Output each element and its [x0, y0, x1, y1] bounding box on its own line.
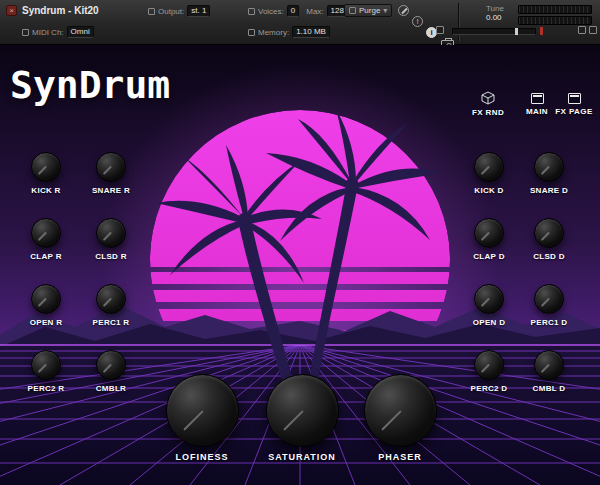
clap-r-knob[interactable] [31, 218, 61, 248]
memory-label: Memory: [258, 28, 289, 37]
pan-icon[interactable] [578, 26, 586, 34]
snare-r-knob[interactable] [96, 152, 126, 182]
open-r-knob[interactable] [31, 284, 61, 314]
perc1-r-knob[interactable] [96, 284, 126, 314]
lofiness-group: LOFINESS [166, 374, 239, 447]
max-label: Max: [306, 7, 323, 16]
saturation-label: SATURATION [247, 452, 357, 462]
open-r-group: OPEN R [31, 284, 61, 314]
syndrum-plugin-window: × Syndrum - Kit20 Output: st. 1 Voices: … [0, 0, 600, 485]
aux-routing-icon[interactable] [436, 26, 444, 34]
voices-icon [248, 8, 255, 15]
memory-icon [248, 29, 255, 36]
snare-r-group: SNARE R [96, 152, 126, 182]
kontakt-instrument-header: × Syndrum - Kit20 Output: st. 1 Voices: … [0, 0, 600, 45]
dice-cube-icon [481, 91, 495, 105]
voices-label: Voices: [258, 7, 284, 16]
perc1-d-label: PERC1 D [514, 318, 584, 327]
perc2-r-group: PERC2 R [31, 350, 61, 380]
header-divider [458, 3, 459, 41]
clip-indicator [540, 27, 543, 35]
main-label: MAIN [526, 107, 548, 116]
kick-d-group: KICK D [474, 152, 504, 182]
fx-page-button[interactable]: FX PAGE [552, 93, 596, 116]
clsd-d-knob[interactable] [534, 218, 564, 248]
voices-group: Voices: 0 Max: 128 [248, 5, 348, 17]
memory-value: 1.10 MB [292, 26, 330, 38]
tune-label: Tune [486, 4, 504, 13]
perc2-d-group: PERC2 D [474, 350, 504, 380]
level-meter-right [518, 16, 592, 25]
snare-r-label: SNARE R [76, 186, 146, 195]
phaser-label: PHASER [345, 452, 455, 462]
clap-r-label: CLAP R [11, 252, 81, 261]
snare-d-label: SNARE D [514, 186, 584, 195]
open-d-knob[interactable] [474, 284, 504, 314]
purge-dropdown-arrow: ▾ [383, 6, 387, 15]
open-r-label: OPEN R [11, 318, 81, 327]
perc1-r-label: PERC1 R [76, 318, 146, 327]
clsd-r-group: CLSD R [96, 218, 126, 248]
clsd-d-label: CLSD D [514, 252, 584, 261]
snare-d-group: SNARE D [534, 152, 564, 182]
fx-rnd-button[interactable]: FX RND [466, 91, 510, 117]
clsd-d-group: CLSD D [534, 218, 564, 248]
memory-group: Memory: 1.10 MB [248, 26, 330, 38]
fx-page-label: FX PAGE [555, 107, 592, 116]
midi-label: MIDI Ch: [32, 28, 64, 37]
clap-d-group: CLAP D [474, 218, 504, 248]
kick-d-knob[interactable] [474, 152, 504, 182]
perc1-r-group: PERC1 R [96, 284, 126, 314]
window-icon [568, 93, 581, 104]
clsd-r-knob[interactable] [96, 218, 126, 248]
midi-icon [22, 29, 29, 36]
wrench-edit-icon[interactable] [398, 5, 409, 16]
phaser-knob[interactable] [364, 374, 437, 447]
fx-rnd-label: FX RND [472, 108, 504, 117]
cmblr-group: CMBLR [96, 350, 126, 380]
saturation-group: SATURATION [266, 374, 339, 447]
clsd-r-label: CLSD R [76, 252, 146, 261]
open-d-group: OPEN D [474, 284, 504, 314]
volume-fader[interactable] [452, 28, 536, 35]
output-value[interactable]: st. 1 [187, 5, 210, 17]
midi-value[interactable]: Omni [67, 26, 94, 38]
mute-icon[interactable] [589, 26, 597, 34]
purge-icon [349, 7, 356, 14]
kick-r-label: KICK R [11, 186, 81, 195]
snare-d-knob[interactable] [534, 152, 564, 182]
tune-value[interactable]: 0.00 [486, 13, 502, 22]
kick-r-knob[interactable] [31, 152, 61, 182]
window-icon [531, 93, 544, 104]
warning-icon[interactable]: ! [412, 16, 423, 27]
output-icon [148, 8, 155, 15]
lofiness-label: LOFINESS [147, 452, 257, 462]
clap-r-group: CLAP R [31, 218, 61, 248]
perc2-r-label: PERC2 R [11, 384, 81, 393]
clap-d-knob[interactable] [474, 218, 504, 248]
perc2-r-knob[interactable] [31, 350, 61, 380]
instrument-panel: SynDrum FX RND MAIN FX PAGE KICK R SNARE… [0, 45, 600, 485]
cmbl-d-group: CMBL D [534, 350, 564, 380]
purge-button[interactable]: Purge ▾ [344, 4, 392, 17]
fader-handle[interactable] [515, 28, 518, 35]
cmbl-d-knob[interactable] [534, 350, 564, 380]
perc1-d-knob[interactable] [534, 284, 564, 314]
kick-r-group: KICK R [31, 152, 61, 182]
saturation-knob[interactable] [266, 374, 339, 447]
instrument-title[interactable]: Syndrum - Kit20 [22, 5, 99, 16]
page-title: SynDrum [10, 63, 170, 107]
remove-instrument-button[interactable]: × [6, 5, 17, 16]
cmbl-d-label: CMBL D [514, 384, 584, 393]
phaser-group: PHASER [364, 374, 437, 447]
lofiness-knob[interactable] [166, 374, 239, 447]
perc1-d-group: PERC1 D [534, 284, 564, 314]
perc2-d-knob[interactable] [474, 350, 504, 380]
cmblr-knob[interactable] [96, 350, 126, 380]
purge-label: Purge [359, 6, 380, 15]
output-label: Output: [158, 7, 184, 16]
cmblr-label: CMBLR [76, 384, 146, 393]
output-group: Output: st. 1 [148, 5, 210, 17]
midi-group: MIDI Ch: Omni [22, 26, 94, 38]
level-meter-left [518, 5, 592, 14]
